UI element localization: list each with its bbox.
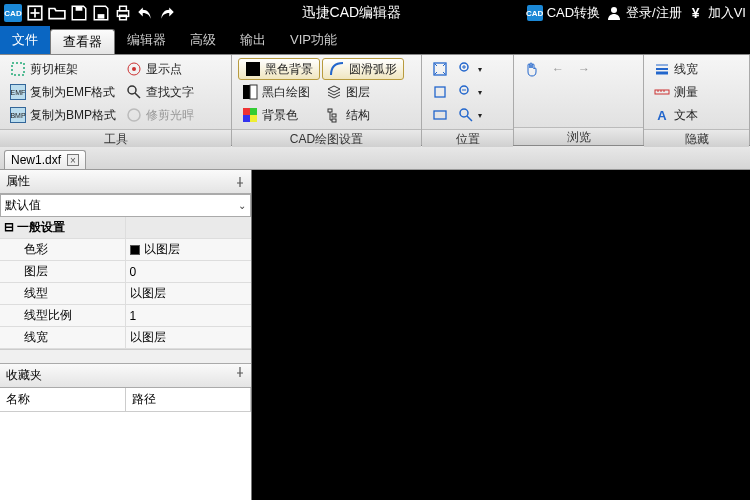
user-icon bbox=[606, 5, 622, 21]
titlebar-right: CADCAD转换 登录/注册 ¥加入VI bbox=[523, 0, 750, 26]
chevron-down-icon: ⌄ bbox=[238, 200, 246, 211]
ribbon-group-cad: 黑色背景 黑白绘图 背景色 圆滑弧形 图层 结构 CAD绘图设置 bbox=[232, 55, 422, 145]
ruler-icon bbox=[654, 84, 670, 100]
color-swatch bbox=[130, 245, 140, 255]
new-icon[interactable] bbox=[26, 4, 44, 22]
ribbon-group-hide: 线宽 测量 A文本 隐藏 bbox=[644, 55, 750, 145]
trim-disc-button: 修剪光晘 bbox=[122, 104, 198, 126]
ribbon-group-position: ▾ ▾ ▾ 位置 bbox=[422, 55, 514, 145]
pos-btn-3[interactable] bbox=[428, 104, 452, 126]
menu-advanced[interactable]: 高级 bbox=[178, 26, 228, 54]
svg-rect-17 bbox=[250, 85, 257, 99]
copy-bmp-button[interactable]: BMP复制为BMP格式 bbox=[6, 104, 120, 126]
linewidth-icon bbox=[654, 61, 670, 77]
properties-grid: ⊟ 一般设置 色彩以图层 图层0 线型以图层 线型比例1 线宽以图层 bbox=[0, 217, 251, 349]
svg-rect-24 bbox=[332, 119, 336, 122]
saveas-icon[interactable] bbox=[92, 4, 110, 22]
disc-icon bbox=[126, 107, 142, 123]
pos-btn-5[interactable]: ▾ bbox=[454, 81, 486, 103]
menu-viewer[interactable]: 查看器 bbox=[50, 29, 115, 54]
pin-icon[interactable] bbox=[235, 367, 245, 384]
fav-col-path[interactable]: 路径 bbox=[126, 388, 252, 411]
fit2-icon bbox=[432, 84, 448, 100]
ribbon-group-browse-title: 浏览 bbox=[514, 127, 643, 145]
prop-row-linetype[interactable]: 线型以图层 bbox=[0, 283, 251, 305]
favorites-columns: 名称 路径 bbox=[0, 388, 251, 412]
menu-file[interactable]: 文件 bbox=[0, 26, 50, 54]
properties-header: 属性 bbox=[0, 170, 251, 194]
print-icon[interactable] bbox=[114, 4, 132, 22]
close-icon[interactable]: × bbox=[67, 154, 79, 166]
login-button[interactable]: 登录/注册 bbox=[606, 4, 682, 22]
ribbon-group-tools: 剪切框架 EMF复制为EMF格式 BMP复制为BMP格式 显示点 查找文字 修剪… bbox=[0, 55, 232, 145]
text-icon: A bbox=[654, 107, 670, 123]
join-button[interactable]: ¥加入VI bbox=[688, 4, 746, 22]
ribbon-group-position-title: 位置 bbox=[422, 129, 513, 147]
app-icon: CAD bbox=[4, 4, 22, 22]
pos-btn-1[interactable] bbox=[428, 58, 452, 80]
prop-row-color[interactable]: 色彩以图层 bbox=[0, 239, 251, 261]
undo-icon[interactable] bbox=[136, 4, 154, 22]
layer-button[interactable]: 图层 bbox=[322, 81, 404, 103]
fit-icon bbox=[432, 61, 448, 77]
linewidth-button[interactable]: 线宽 bbox=[650, 58, 702, 80]
bgcolor-icon bbox=[242, 107, 258, 123]
svg-rect-19 bbox=[250, 108, 257, 115]
pan-button[interactable] bbox=[520, 58, 544, 80]
find-text-button[interactable]: 查找文字 bbox=[122, 81, 198, 103]
default-combo[interactable]: 默认值 ⌄ bbox=[0, 194, 251, 217]
favorites-header: 收藏夹 bbox=[0, 363, 251, 388]
prop-row-layer[interactable]: 图层0 bbox=[0, 261, 251, 283]
bmp-icon: BMP bbox=[10, 107, 26, 123]
svg-rect-3 bbox=[76, 6, 83, 11]
open-icon[interactable] bbox=[48, 4, 66, 22]
drawing-canvas[interactable] bbox=[252, 170, 750, 500]
svg-rect-38 bbox=[655, 90, 669, 94]
fav-col-name[interactable]: 名称 bbox=[0, 388, 126, 411]
default-combo-label: 默认值 bbox=[5, 197, 41, 214]
cut-icon bbox=[10, 61, 26, 77]
pin-icon[interactable] bbox=[235, 177, 245, 187]
pos-btn-2[interactable] bbox=[428, 81, 452, 103]
side-panel: 属性 默认值 ⌄ ⊟ 一般设置 色彩以图层 图层0 线型以图层 线型比例1 线宽… bbox=[0, 170, 252, 500]
structure-button[interactable]: 结构 bbox=[322, 104, 404, 126]
document-tab[interactable]: New1.dxf × bbox=[4, 150, 86, 169]
zoom-sel-icon bbox=[458, 107, 474, 123]
yen-icon: ¥ bbox=[688, 5, 704, 21]
ribbon: 剪切框架 EMF复制为EMF格式 BMP复制为BMP格式 显示点 查找文字 修剪… bbox=[0, 54, 750, 146]
menubar: 文件 查看器 编辑器 高级 输出 VIP功能 bbox=[0, 26, 750, 54]
point-icon bbox=[126, 61, 142, 77]
prop-row-lweight[interactable]: 线宽以图层 bbox=[0, 327, 251, 349]
cut-frame-button[interactable]: 剪切框架 bbox=[6, 58, 120, 80]
text-button[interactable]: A文本 bbox=[650, 104, 702, 126]
measure-button[interactable]: 测量 bbox=[650, 81, 702, 103]
smooth-arc-button[interactable]: 圆滑弧形 bbox=[322, 58, 404, 80]
document-tabs: New1.dxf × bbox=[0, 146, 750, 170]
nav-back-button: ← bbox=[546, 58, 570, 80]
copy-emf-button[interactable]: EMF复制为EMF格式 bbox=[6, 81, 120, 103]
structure-icon bbox=[326, 107, 342, 123]
bg-color-button[interactable]: 背景色 bbox=[238, 104, 320, 126]
svg-line-13 bbox=[135, 93, 140, 98]
black-bg-icon bbox=[245, 61, 261, 77]
prop-section[interactable]: ⊟ 一般设置 bbox=[0, 217, 251, 239]
prop-row-ltscale[interactable]: 线型比例1 bbox=[0, 305, 251, 327]
nav-fwd-button: → bbox=[572, 58, 596, 80]
save-icon[interactable] bbox=[70, 4, 88, 22]
bw-draw-button[interactable]: 黑白绘图 bbox=[238, 81, 320, 103]
menu-vip[interactable]: VIP功能 bbox=[278, 26, 349, 54]
zoom-out-icon bbox=[458, 84, 474, 100]
svg-point-14 bbox=[128, 109, 140, 121]
redo-icon[interactable] bbox=[158, 4, 176, 22]
ribbon-group-browse: ← → 浏览 bbox=[514, 55, 644, 145]
pos-btn-6[interactable]: ▾ bbox=[454, 104, 486, 126]
pos-btn-4[interactable]: ▾ bbox=[454, 58, 486, 80]
menu-editor[interactable]: 编辑器 bbox=[115, 26, 178, 54]
menu-output[interactable]: 输出 bbox=[228, 26, 278, 54]
svg-rect-20 bbox=[243, 115, 250, 122]
arc-icon bbox=[329, 61, 345, 77]
cad-convert-button[interactable]: CADCAD转换 bbox=[527, 4, 600, 22]
black-bg-button[interactable]: 黑色背景 bbox=[238, 58, 320, 80]
arrow-left-icon: ← bbox=[550, 61, 566, 77]
show-point-button[interactable]: 显示点 bbox=[122, 58, 198, 80]
